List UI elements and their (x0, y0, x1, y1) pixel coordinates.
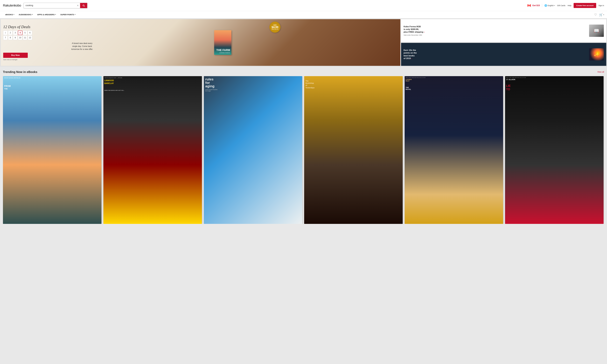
calendar-grid: 1 2 3 4 5 6 7 8 9 10 11 12 (3, 31, 161, 40)
language-label: English (548, 4, 554, 7)
book-card-4[interactable]: TheBookshopofYesterdays (304, 76, 403, 224)
view-all-link[interactable]: View all (597, 71, 604, 73)
promo-get-amount-link[interactable]: Get $15 (532, 4, 540, 7)
cal-day-11: 11 (23, 36, 27, 40)
cal-day-9: 9 (13, 36, 17, 40)
sparkle-icon: ✨ (594, 52, 599, 57)
chevron-icon-superpoints: ▾ (75, 14, 75, 15)
chevron-down-icon: ▾ (554, 5, 555, 6)
cart-area[interactable]: 🛒 ▾ (599, 13, 604, 16)
cal-day-8: 8 (8, 36, 13, 40)
chevron-icon-audiobooks: ▾ (32, 14, 33, 15)
banner-days-title: 12 Days of Deals (3, 25, 161, 29)
cal-day-12: 12 (28, 36, 32, 40)
trending-section: Trending Now in eBooks View all INSTANT … (0, 66, 607, 228)
banner-main-inner: 12 Days of Deals 1 2 3 4 5 6 7 8 9 10 11… (1, 19, 400, 66)
top-bar-left: Rakutenkobo ✕ (3, 3, 88, 8)
nav-item-superpoints[interactable]: SUPER POINTS ▾ (58, 11, 77, 18)
book-thumbnail-2: "full of a suspense novel" — STYLING LIN… (103, 76, 202, 224)
side-banner-points[interactable]: Earn 10x thepoints on thebest booksof 20… (401, 43, 606, 66)
nav-right: ♡ 🛒 ▾ (594, 13, 604, 16)
banner-text-col: 12 Days of Deals 1 2 3 4 5 6 7 8 9 10 11… (3, 23, 161, 62)
book-card-6[interactable]: NEW YORK TIMES BESTSELLING AUTHOR J.T. E… (505, 76, 604, 224)
banner-side: Kobo Forma 8GBis only $269.99,plus FREE … (401, 19, 606, 66)
kobo-device-image: 📖 (589, 25, 604, 37)
logo-text: Rakutenkobo (3, 4, 21, 7)
book-thumbnail-1: INSTANT NATIONAL BESTSELLER FROM THE (3, 76, 102, 224)
create-account-button[interactable]: Create free account (574, 3, 596, 8)
book-card-2[interactable]: "full of a suspense novel" — STYLING LIN… (103, 76, 202, 224)
divider2 (542, 4, 542, 7)
cal-day-7: 7 (3, 36, 8, 40)
nav-left: eBOOKS ▾ AUDIOBOOKS ▾ APPS & eREADERS ▾ … (3, 11, 77, 18)
canada-flag-icon: 🇨🇦 (528, 4, 531, 7)
search-submit-button[interactable] (80, 3, 87, 8)
buy-now-button[interactable]: Buy Now (3, 53, 28, 58)
chevron-icon-ebooks: ▾ (13, 14, 14, 15)
book-thumbnail-3: rulesforaging resist normal impulseslive… (204, 76, 302, 224)
price-was-label: WAS $13.99 (271, 28, 278, 30)
ereader-icon: 📖 (594, 28, 599, 33)
kobo-banner-sale-note: Sale ends December 24th (403, 34, 425, 36)
top-bar-right: 🇨🇦 Get $15 🌐 English ▾ Gift Cards Help C… (528, 3, 604, 8)
banner-book-author: JOANNE RAMOS (219, 52, 230, 53)
divider (531, 4, 532, 7)
banner-area: 12 Days of Deals 1 2 3 4 5 6 7 8 9 10 11… (0, 18, 607, 66)
cal-day-3: 3 (13, 31, 17, 35)
trending-header: Trending Now in eBooks View all (3, 70, 604, 74)
trending-title: Trending Now in eBooks (3, 70, 37, 74)
book-thumbnail-4: TheBookshopofYesterdays (304, 76, 403, 224)
nav-bar: eBOOKS ▾ AUDIOBOOKS ▾ APPS & eREADERS ▾ … (0, 11, 607, 18)
logo[interactable]: Rakutenkobo (3, 4, 21, 7)
cal-day-1: 1 (3, 31, 8, 35)
search-clear-button[interactable]: ✕ (76, 3, 80, 8)
cal-day-6: 6 (28, 31, 32, 35)
banner-price-badge: NOW $4.99 WAS $13.99 (270, 22, 281, 33)
sign-in-link[interactable]: Sign in (598, 4, 604, 7)
cal-day-4: 4 (18, 31, 22, 35)
books-row: INSTANT NATIONAL BESTSELLER FROM THE "fu… (3, 76, 604, 224)
sparkle-image: ✨ (589, 48, 604, 61)
banner-tagline: A brand new deal everysingle day. Come b… (3, 42, 161, 51)
cal-day-2: 2 (8, 31, 13, 35)
cart-chevron-icon: ▾ (603, 14, 604, 16)
banner-sale-ends: Sale ends at midnight (3, 59, 161, 61)
nav-item-audiobooks[interactable]: AUDIOBOOKS ▾ (16, 11, 35, 18)
book-card-5[interactable]: NEW YORK TIMES BESTSELLING AUTHOR LUCIND… (405, 76, 503, 224)
book-card-1[interactable]: INSTANT NATIONAL BESTSELLER FROM THE (3, 76, 102, 224)
book-thumbnail-5: NEW YORK TIMES BESTSELLING AUTHOR LUCIND… (405, 76, 503, 224)
side-banner-kobo-text: Kobo Forma 8GBis only $269.99,plus FREE … (403, 25, 425, 36)
cal-day-10: 10 (18, 36, 22, 40)
nav-item-apps[interactable]: APPS & eREADERS ▾ (35, 11, 58, 18)
cal-day-5: 5 (23, 31, 27, 35)
price-value: $4.99 (272, 26, 278, 28)
cart-icon: 🛒 (599, 13, 603, 16)
banner-book-col: THE FARM JOANNE RAMOS (164, 23, 282, 62)
help-link[interactable]: Help (568, 4, 571, 7)
banner-main[interactable]: 12 Days of Deals 1 2 3 4 5 6 7 8 9 10 11… (1, 19, 400, 66)
banner-book-title: THE FARM (216, 49, 230, 52)
kobo-banner-title: Kobo Forma 8GBis only $269.99,plus FREE … (403, 25, 425, 33)
top-bar: Rakutenkobo ✕ 🇨🇦 Get $15 🌐 English ▾ Gif… (0, 0, 607, 11)
chevron-icon-apps: ▾ (55, 14, 56, 15)
language-selector[interactable]: 🌐 English ▾ (544, 4, 555, 7)
search-input[interactable] (24, 3, 76, 8)
globe-icon: 🌐 (544, 4, 547, 7)
banner-book-cover: THE FARM JOANNE RAMOS (214, 30, 231, 55)
search-box: ✕ (24, 3, 88, 8)
points-banner-title: Earn 10x thepoints on thebest booksof 20… (403, 49, 417, 60)
side-banner-points-text: Earn 10x thepoints on thebest booksof 20… (403, 49, 417, 60)
wishlist-icon[interactable]: ♡ (594, 13, 597, 16)
book-thumbnail-6: NEW YORK TIMES BESTSELLING AUTHOR J.T. E… (505, 76, 604, 224)
promo-flag: 🇨🇦 Get $15 (528, 4, 540, 7)
nav-item-ebooks[interactable]: eBOOKS ▾ (3, 11, 16, 18)
book-card-3[interactable]: rulesforaging resist normal impulseslive… (204, 76, 302, 224)
side-banner-kobo[interactable]: Kobo Forma 8GBis only $269.99,plus FREE … (401, 19, 606, 42)
search-icon (82, 4, 85, 7)
gift-cards-link[interactable]: Gift Cards (557, 4, 566, 7)
